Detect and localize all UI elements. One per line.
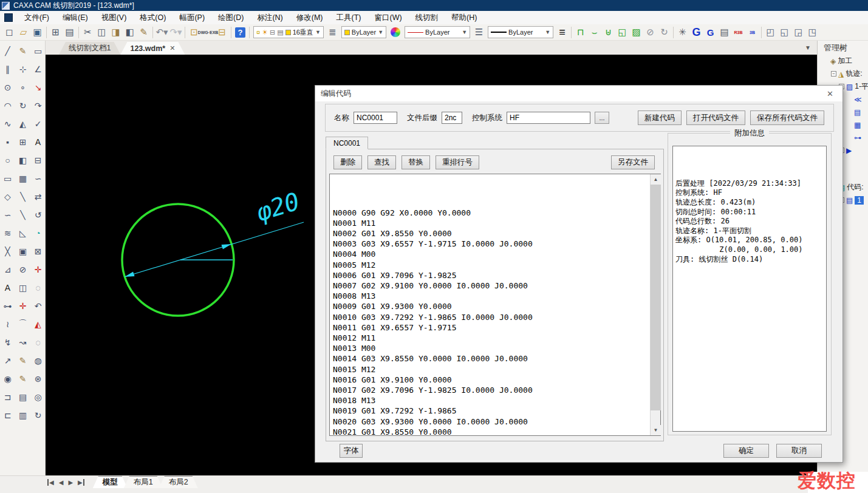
dimension-text[interactable]: φ20 <box>253 187 303 226</box>
paste-format-icon[interactable]: ◨ <box>109 25 123 39</box>
tool-prohibit[interactable]: ⊘ <box>16 263 30 276</box>
dwg-exb-icon[interactable]: DWG·EXB <box>201 25 215 39</box>
code-lines[interactable]: N0000 G90 G92 X0.0000 Y0.0000N0001 M11N0… <box>330 174 650 435</box>
copy-icon[interactable]: ◫ <box>95 25 109 39</box>
tool-bolt[interactable]: ↯ <box>1 336 15 349</box>
tool-arc2[interactable]: ⌒ <box>16 318 30 331</box>
system-input[interactable] <box>507 112 590 124</box>
layout-tab[interactable]: 模型 <box>93 476 128 488</box>
tool-crosshair[interactable]: ✛ <box>16 299 30 313</box>
browse-button[interactable]: ... <box>595 112 609 124</box>
tool-parallel[interactable]: ∥ <box>1 63 15 76</box>
r3b-icon[interactable]: R3B <box>731 25 745 39</box>
new-file-icon[interactable]: ◻ <box>2 25 16 39</box>
tool-circle[interactable]: ⊙ <box>1 81 15 94</box>
send-monitor-3-icon[interactable]: ◲ <box>791 25 805 39</box>
tool-slope-red[interactable]: ◭ <box>32 318 45 331</box>
expand-toggle-icon[interactable]: − <box>831 71 836 76</box>
replace-button[interactable]: 替换 <box>402 155 430 169</box>
open-code-file-button[interactable]: 打开代码文件 <box>686 110 745 125</box>
tool-refresh[interactable]: ↻ <box>32 409 45 422</box>
send-monitor-1-icon[interactable]: ◰ <box>764 25 777 39</box>
tool-break[interactable]: ↘ <box>32 81 45 94</box>
tool-arc-back[interactable]: ↶ <box>32 299 45 313</box>
tool-open-shape[interactable]: ⊐ <box>1 390 15 404</box>
tool-ring[interactable]: ◌ <box>32 336 45 349</box>
tool-leader[interactable]: ↷ <box>32 99 45 112</box>
menu-item[interactable]: 帮助(H) <box>445 12 484 24</box>
color-wheel-icon[interactable] <box>391 27 400 37</box>
close-icon[interactable]: ✕ <box>169 44 175 52</box>
doc-tab-123wdm[interactable]: 123.wdm* ✕ <box>120 42 185 55</box>
tool-node[interactable]: ◌ <box>32 281 45 294</box>
b3-icon[interactable]: 3B <box>745 25 759 39</box>
menu-item[interactable]: 工具(T) <box>330 12 368 24</box>
tool-text-a[interactable]: A <box>1 281 15 294</box>
tool-spline[interactable]: ∿ <box>1 117 15 131</box>
tool-undo-mark[interactable]: ↺ <box>32 208 45 222</box>
tool-coord-dim[interactable]: ⊟ <box>32 154 45 167</box>
tool-ring2[interactable]: ◍ <box>32 354 45 367</box>
tool-doc2[interactable]: ▥ <box>16 409 30 422</box>
format-brush-icon[interactable]: ✎ <box>137 25 151 39</box>
linetype-dropdown[interactable]: ByLayer ▼ <box>405 26 470 38</box>
gcode-icon[interactable]: G <box>689 25 703 39</box>
vertical-scrollbar[interactable]: ▲ ▼ <box>650 174 660 435</box>
tool-rectangle[interactable]: ▭ <box>1 172 15 185</box>
tool-star[interactable]: ⊛ <box>32 372 45 386</box>
tool-chamfer[interactable]: ◺ <box>16 226 30 240</box>
code-editor[interactable]: N0000 G90 G92 X0.0000 Y0.0000N0001 M11N0… <box>329 174 661 436</box>
tree-machining[interactable]: ◈ 加工 <box>818 55 868 67</box>
tool-ellipse[interactable]: ○ <box>1 154 15 167</box>
doc-tab-wirecut1[interactable]: 线切割文档1 <box>59 42 120 55</box>
tool-plus-red[interactable]: ✛ <box>32 263 45 276</box>
trace-sim-icon[interactable]: ↻ <box>657 25 671 39</box>
layer-dropdown[interactable]: ¤ ☀ ⊟ ▤ 16垂直 ▼ <box>253 26 324 38</box>
menu-item[interactable]: 窗口(W) <box>367 12 408 24</box>
tool-pen[interactable]: ✎ <box>16 354 30 367</box>
first-sheet-icon[interactable]: ◀ <box>47 479 54 486</box>
tool-close-shape[interactable]: ⊏ <box>1 409 15 422</box>
undo-icon[interactable]: ↶▾ <box>155 25 169 39</box>
tool-wave[interactable]: ≀ <box>1 318 15 331</box>
trace-off-icon[interactable]: ⊘ <box>643 25 657 39</box>
post-setting-icon[interactable]: ✳ <box>675 25 689 39</box>
next-sheet-icon[interactable]: ▶ <box>68 479 73 486</box>
save-as-file-button[interactable]: 另存文件 <box>611 155 655 169</box>
tool-block[interactable]: ◫ <box>16 281 30 294</box>
scroll-up-icon[interactable]: ▲ <box>651 174 661 185</box>
tool-target[interactable]: ◉ <box>1 372 15 386</box>
tool-arc[interactable]: ◠ <box>1 99 15 112</box>
chevron-down-icon[interactable]: ▼ <box>805 44 811 51</box>
renumber-button[interactable]: 重排行号 <box>436 155 479 169</box>
tool-swap[interactable]: ⇄ <box>32 190 45 203</box>
open-folder-icon[interactable]: ▱ <box>16 25 30 39</box>
tool-quadrant[interactable]: ◔ <box>32 226 45 240</box>
tool-angle-dim[interactable]: ∠ <box>32 63 45 76</box>
menu-item[interactable]: 格式(O) <box>133 12 173 24</box>
color-dropdown[interactable]: ByLayer ▼ <box>341 26 386 38</box>
prev-sheet-icon[interactable]: ◀ <box>59 479 64 486</box>
tool-curve[interactable]: ∽ <box>1 208 15 222</box>
tool-zoom[interactable]: ◎ <box>32 390 45 404</box>
name-input[interactable] <box>354 112 397 124</box>
menu-item[interactable]: 标注(N) <box>250 12 289 24</box>
save-as-icon[interactable]: ⊞ <box>49 25 63 39</box>
cut-icon[interactable]: ✂ <box>81 25 95 39</box>
scrollbar-thumb[interactable] <box>651 185 661 410</box>
tool-point[interactable]: ▪ <box>1 135 15 149</box>
tool-text[interactable]: A <box>32 135 45 149</box>
save-all-code-button[interactable]: 保存所有代码文件 <box>750 110 824 125</box>
tool-line[interactable]: ╱ <box>1 44 15 58</box>
delete-button[interactable]: 删除 <box>333 155 362 169</box>
tool-fill[interactable]: ▣ <box>16 245 30 258</box>
tool-cross[interactable]: ╳ <box>1 245 15 258</box>
menu-item[interactable]: 绘图(D) <box>211 12 250 24</box>
tool-doc[interactable]: ▤ <box>16 390 30 404</box>
trace-check-icon[interactable]: ⊎ <box>601 25 615 39</box>
tool-rect[interactable]: ▭ <box>32 44 45 58</box>
last-sheet-icon[interactable]: ▶ <box>78 479 84 486</box>
tool-clip[interactable]: ⊠ <box>32 245 45 258</box>
tool-array[interactable]: ⊞ <box>16 135 30 149</box>
paste-icon[interactable]: ◧ <box>123 25 137 39</box>
